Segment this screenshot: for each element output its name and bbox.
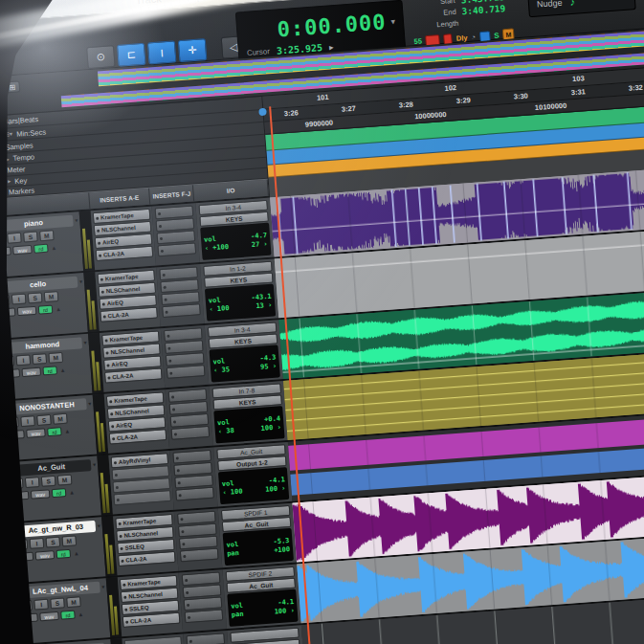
inserts-column: AbyRdVinyl — [108, 451, 173, 515]
chevron-down-icon[interactable]: ▾ — [93, 461, 97, 468]
note-icon[interactable]: ♪ — [569, 0, 575, 8]
automation-mode-chip[interactable]: rd — [60, 611, 76, 620]
automation-mode-chip[interactable]: rd — [38, 305, 54, 315]
solo-button[interactable]: S — [50, 597, 65, 609]
input-monitor-button[interactable]: I — [15, 354, 31, 366]
ruler-label: Markers — [9, 186, 35, 196]
automation-mode-chip[interactable]: rd — [33, 244, 49, 254]
insert-slot[interactable] — [124, 636, 183, 644]
selector-tool-button[interactable]: I — [147, 40, 177, 64]
volume-pan-display: vol-4.3 ‹ 3595 › — [210, 344, 280, 382]
minsec-tick: 3:26 — [284, 108, 300, 118]
send-slot[interactable] — [170, 426, 210, 440]
send-slot[interactable] — [162, 303, 201, 318]
input-monitor-button[interactable]: I — [33, 599, 49, 611]
chevron-down-icon[interactable]: ▾ — [75, 216, 78, 223]
io-column: SPDIF 1 Ac_Guit vol-5.3 pan+100 — [218, 503, 297, 568]
send-slot[interactable] — [185, 609, 224, 623]
trim-tool-button[interactable]: ⊏ — [117, 43, 146, 67]
track-view-chip[interactable]: wav — [26, 428, 46, 437]
automation-mode-chip[interactable]: rd — [47, 427, 62, 436]
samples-tick: 9900000 — [305, 119, 334, 129]
delay-compensation-label[interactable]: Dly — [455, 33, 467, 43]
volume-pan-display: vol-5.3 pan+100 — [223, 528, 294, 566]
mute-button[interactable]: M — [44, 291, 59, 302]
mute-button[interactable]: M — [66, 596, 81, 608]
chevron-down-icon[interactable]: ▾ — [88, 400, 92, 407]
chevron-down-icon[interactable]: ▾ — [101, 583, 105, 589]
inserts-column: KramerTape NLSChannel SSLEQ CLA-2A — [113, 512, 178, 576]
main-counter-value[interactable]: 0:00.000 — [277, 10, 387, 41]
automation-mode-chip[interactable]: rd — [42, 366, 57, 375]
sends-column — [179, 569, 227, 632]
meter-icon: ▴ — [63, 426, 72, 435]
io-column: SPDIF 2 Ac_Guit vol-4.1 pan100 › — [222, 565, 300, 630]
track-view-chip[interactable]: wav — [31, 489, 51, 499]
length-value[interactable] — [464, 19, 506, 22]
track-view-chip[interactable]: wav — [17, 306, 37, 316]
volume-pan-display: vol-4.7 ‹ +10027 › — [200, 223, 271, 260]
volume-pan-display: vol-4.1 ‹ 100100 › — [218, 467, 289, 504]
chevron-down-icon[interactable]: ▾ — [390, 16, 395, 26]
mute-button[interactable]: M — [39, 230, 55, 241]
mute-button[interactable]: M — [57, 475, 73, 486]
chevron-down-icon[interactable]: ▾ — [97, 522, 100, 528]
input-monitor-button[interactable]: I — [7, 233, 22, 244]
menu-item[interactable]: Clip — [184, 0, 203, 3]
length-label: Length — [436, 18, 459, 29]
track-view-chip[interactable]: wav — [35, 550, 56, 560]
cursor-label: Cursor — [247, 47, 271, 57]
volume-pan-display: vol-4.1 pan100 › — [227, 589, 298, 627]
solo-button[interactable]: S — [45, 537, 60, 548]
meter-icon: ▴ — [50, 243, 58, 253]
grabber-tool-button[interactable]: ✛ — [178, 38, 208, 62]
automation-mode-chip[interactable]: rd — [52, 488, 67, 498]
sends-column — [161, 325, 209, 388]
input-monitor-button[interactable]: I — [20, 415, 35, 427]
zoomer-tool-button[interactable]: ⊙ — [86, 45, 116, 69]
track-view-chip[interactable]: wav — [39, 611, 59, 621]
mute-button[interactable]: M — [53, 413, 68, 425]
inserts-column: KramerTape NLSChannel AirEQ CLA-2A — [95, 267, 160, 331]
ruler-label: Samples — [5, 141, 33, 151]
solo-button[interactable]: S — [41, 476, 56, 487]
photo-of-screen: TrackClipEventAudioSuiteOptions ◂▸ ⊹ 123… — [0, 0, 644, 644]
automation-mode-chip[interactable]: rd — [56, 549, 71, 559]
volume-pan-display: vol-43.1 ‹ 10013 › — [205, 284, 276, 322]
ruler-label: Min:Secs — [16, 127, 46, 138]
minsec-tick: 3:27 — [342, 104, 357, 114]
ruler-label: Meter — [7, 165, 26, 174]
input-monitor-button[interactable]: I — [25, 477, 40, 488]
solo-button[interactable]: S — [32, 353, 47, 365]
track-view-chip[interactable]: wav — [12, 245, 33, 255]
solo-button[interactable]: S — [28, 292, 43, 303]
meter-icon: ▴ — [77, 610, 85, 619]
input-monitor-button[interactable]: I — [30, 538, 45, 549]
ruler-label: Key — [14, 176, 28, 186]
solo-button[interactable]: S — [36, 414, 52, 426]
send-slot[interactable] — [167, 365, 206, 379]
expand-icon[interactable]: ▸ — [8, 177, 11, 185]
sends-column — [169, 448, 217, 510]
mute-button[interactable]: M — [61, 535, 77, 546]
inserts-fj-header[interactable]: INSERTS F-J — [149, 185, 194, 204]
send-slot[interactable] — [157, 242, 196, 256]
mute-button[interactable]: M — [48, 352, 63, 364]
ruler-label: Tempo — [12, 152, 34, 163]
io-column — [227, 625, 305, 644]
meter-icon: ▴ — [72, 548, 80, 558]
input-monitor-button[interactable]: I — [11, 294, 27, 305]
send-slot[interactable] — [186, 633, 225, 644]
daw-window: TrackClipEventAudioSuiteOptions ◂▸ ⊹ 123… — [0, 0, 644, 644]
chevron-down-icon[interactable]: ▾ — [79, 278, 83, 284]
menu-item[interactable]: Track — [135, 0, 162, 6]
send-slot[interactable] — [175, 487, 214, 501]
send-slot[interactable] — [180, 548, 219, 563]
minsec-tick: 3:32 — [629, 83, 644, 93]
io-column: In 3-4 KEYS vol-4.7 ‹ +10027 › — [195, 198, 274, 263]
solo-status[interactable]: S — [494, 31, 500, 39]
solo-button[interactable]: S — [23, 231, 38, 242]
track-view-chip[interactable]: wav — [21, 367, 41, 377]
chevron-down-icon[interactable]: ▾ — [83, 339, 87, 345]
play-cursor-icon: ▸ — [329, 42, 334, 52]
